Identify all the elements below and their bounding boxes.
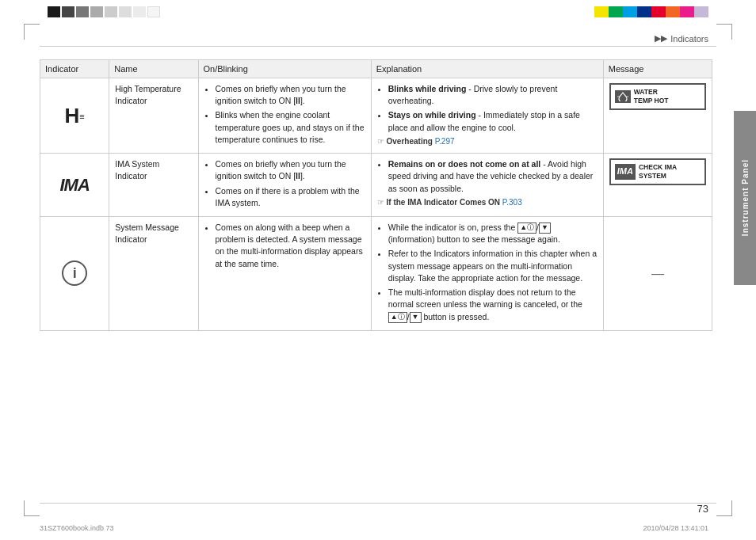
indicator-icon-high-temp: H≡: [40, 78, 109, 154]
table-row-system-message: i System Message Indicator Comes on alon…: [40, 216, 712, 330]
msg-icon-high-temp: [615, 90, 631, 103]
h-subscript: ≡: [79, 112, 84, 121]
message-high-temp: WATERTEMP HOT: [603, 78, 712, 154]
indicator-icon-system-message: i: [40, 216, 109, 330]
corner-mark-bl: [24, 500, 40, 516]
ima-ref: ☞ If the IMA Indicator Comes ON P.303: [377, 197, 598, 209]
msg-text-high-temp: WATERTEMP HOT: [634, 88, 669, 105]
system-message-label: System Message Indicator: [115, 222, 179, 244]
swatch-green: [609, 6, 623, 17]
info-btn-ref-2: ▼: [539, 222, 551, 234]
swatch-blue: [637, 6, 651, 17]
on-blinking-ima: Comes on briefly when you turn the ignit…: [198, 154, 371, 217]
col-header-explanation: Explanation: [371, 60, 603, 78]
page-header: ▶▶ Indicators: [655, 33, 708, 44]
info-btn-ref-3: ▲ⓘ: [388, 312, 407, 323]
ima-exp-item-1: Remains on or does not come on at all - …: [388, 158, 598, 195]
system-message-on-list: Comes on along with a beep when a proble…: [204, 222, 365, 270]
sq-7: [133, 6, 146, 17]
bottom-line: [40, 503, 716, 504]
gray-squares: [48, 6, 160, 17]
col-header-name: Name: [109, 60, 198, 78]
high-temp-explanation-list: Blinks while driving - Drive slowly to p…: [377, 83, 598, 134]
info-circle-symbol: i: [62, 260, 87, 286]
col-header-on-blinking: On/Blinking: [198, 60, 371, 78]
col-header-indicator: Indicator: [40, 60, 109, 78]
explanation-system-message: While the indicator is on, press the ▲ⓘ/…: [371, 216, 603, 330]
swatch-pink: [680, 6, 694, 17]
high-temp-label: High Temperature Indicator: [115, 84, 181, 105]
swatch-yellow: [594, 6, 609, 17]
sys-exp-item-1: While the indicator is on, press the ▲ⓘ/…: [388, 222, 598, 245]
ima-indicator-symbol: IMA: [46, 173, 103, 198]
msg-box-ima: IMA CHECK IMASYSTEM: [609, 158, 706, 185]
sq-4: [90, 6, 103, 17]
table-row-ima: IMA IMA System Indicator Comes on briefl…: [40, 154, 712, 217]
ima-explanation-list: Remains on or does not come on at all - …: [377, 158, 598, 195]
header-arrows: ▶▶: [655, 33, 667, 44]
sq-5: [105, 6, 117, 17]
ima-on-item-1: Comes on briefly when you turn the ignit…: [216, 158, 365, 182]
page-number: 73: [697, 503, 708, 515]
msg-icon-ima: IMA: [615, 164, 636, 180]
msg-text-ima: CHECK IMASYSTEM: [639, 163, 677, 181]
msg-box-high-temp: WATERTEMP HOT: [609, 83, 706, 110]
swatch-red: [651, 6, 666, 17]
swatch-lavender: [694, 6, 708, 17]
name-system-message: System Message Indicator: [109, 216, 198, 330]
main-content-table: Indicator Name On/Blinking Explanation M…: [40, 59, 712, 500]
high-temp-on-item-1: Comes on briefly when you turn the ignit…: [216, 83, 365, 107]
high-temp-ref: ☞ Overheating P.297: [377, 136, 598, 148]
right-tab-label: Instrument Panel: [741, 159, 750, 236]
high-temp-exp-item-1: Blinks while driving - Drive slowly to p…: [388, 83, 598, 107]
system-message-explanation-list: While the indicator is on, press the ▲ⓘ/…: [377, 222, 598, 323]
high-temp-on-item-2: Blinks when the engine coolant temperatu…: [216, 109, 365, 146]
header-label: Indicators: [670, 34, 708, 44]
sq-6: [119, 6, 132, 17]
explanation-high-temp: Blinks while driving - Drive slowly to p…: [371, 78, 603, 154]
dash-symbol: —: [651, 267, 664, 280]
name-high-temp: High Temperature Indicator: [109, 78, 198, 154]
water-temp-icon: [617, 92, 628, 101]
col-header-message: Message: [603, 60, 712, 78]
info-btn-ref-1: ▲ⓘ: [517, 222, 536, 234]
sys-exp-item-3: The multi-information display does not r…: [388, 287, 598, 323]
table-row-high-temp: H≡ High Temperature Indicator Comes on b…: [40, 78, 712, 154]
color-swatches: [594, 6, 708, 17]
message-system-message: —: [603, 216, 712, 330]
sq-1: [48, 6, 60, 17]
ima-label: IMA System Indicator: [115, 159, 159, 181]
ima-on-list: Comes on briefly when you turn the ignit…: [204, 158, 365, 209]
message-ima: IMA CHECK IMASYSTEM: [603, 154, 712, 217]
swatch-orange: [666, 6, 680, 17]
h-letter: H: [65, 104, 80, 127]
corner-mark-tr: [716, 24, 732, 40]
swatch-cyan: [623, 6, 637, 17]
right-tab: Instrument Panel: [734, 111, 756, 285]
table-header-row: Indicator Name On/Blinking Explanation M…: [40, 60, 712, 78]
explanation-ima: Remains on or does not come on at all - …: [371, 154, 603, 217]
ima-on-item-2: Comes on if there is a problem with the …: [216, 185, 365, 209]
file-info-left: 31SZT600book.indb 73: [40, 524, 114, 532]
on-blinking-system-message: Comes on along with a beep when a proble…: [198, 216, 371, 330]
sys-exp-item-2: Refer to the Indicators information in t…: [388, 248, 598, 284]
indicator-icon-ima: IMA: [40, 154, 109, 217]
file-info-right: 2010/04/28 13:41:01: [643, 524, 708, 532]
name-ima: IMA System Indicator: [109, 154, 198, 217]
info-btn-ref-4: ▼: [410, 312, 422, 323]
corner-mark-br: [716, 500, 732, 516]
header-line: [40, 46, 716, 47]
indicators-table: Indicator Name On/Blinking Explanation M…: [40, 59, 712, 331]
sq-2: [62, 6, 74, 17]
h-indicator-symbol: H≡: [65, 105, 85, 126]
system-message-on-item-1: Comes on along with a beep when a proble…: [216, 222, 365, 270]
high-temp-on-list: Comes on briefly when you turn the ignit…: [204, 83, 365, 146]
sq-3: [76, 6, 89, 17]
on-blinking-high-temp: Comes on briefly when you turn the ignit…: [198, 78, 371, 154]
corner-mark-tl: [24, 24, 40, 40]
sq-8: [147, 6, 160, 17]
high-temp-exp-item-2: Stays on while driving - Immediately sto…: [388, 109, 598, 133]
